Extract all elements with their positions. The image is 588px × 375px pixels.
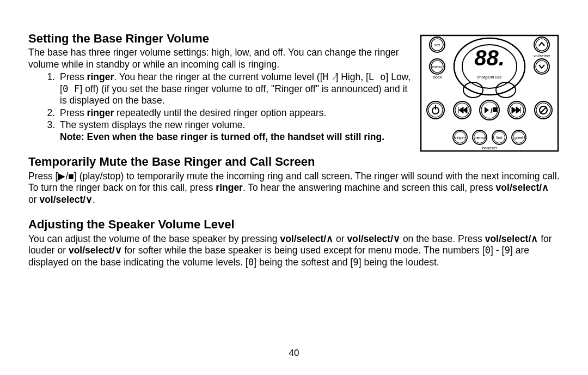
- set-button-label: set: [434, 43, 440, 47]
- glyph-nine: 9: [504, 245, 510, 256]
- charge-label: charge/in use: [477, 75, 501, 80]
- speaker-volume-paragraph: You can adjust the volume of the base sp…: [28, 233, 560, 269]
- svg-point-11: [534, 59, 549, 74]
- greet-button-label: greet: [514, 136, 523, 140]
- find-button-label: find: [496, 136, 502, 140]
- svg-point-13: [427, 101, 444, 119]
- base-unit-svg: 88. charge/in use set menu clock vol/sel…: [419, 34, 560, 153]
- svg-text:/: /: [491, 106, 493, 114]
- lcd-display: 88.: [474, 46, 505, 70]
- play-stop-icon: ▶/■: [58, 171, 74, 182]
- memo-button-label: memo: [474, 136, 485, 140]
- vol-select-up: vol/select/∧: [485, 233, 538, 244]
- vol-select-up: vol/select/∧: [280, 233, 333, 244]
- glyph-zero: 0: [485, 245, 491, 256]
- vol-select-up: vol/select/∧: [496, 182, 549, 193]
- glyph-low: L o: [369, 71, 386, 82]
- vol-select-down: vol/select/∨: [69, 245, 122, 256]
- clock-label: clock: [432, 75, 442, 80]
- glyph-nine: 9: [353, 257, 359, 268]
- svg-point-4: [496, 82, 516, 98]
- vol-select-down: vol/select/∨: [347, 233, 400, 244]
- svg-point-10: [536, 39, 548, 51]
- vol-select-label: vol/select: [534, 53, 550, 58]
- glyph-zero: 0: [248, 257, 254, 268]
- page-number: 40: [0, 348, 588, 359]
- svg-point-3: [463, 82, 483, 98]
- heading-mute-ringer: Temporarily Mute the Base Ringer and Cal…: [28, 155, 560, 168]
- heading-speaker-volume: Adjusting the Speaker Volume Level: [28, 217, 560, 231]
- svg-point-14: [428, 103, 443, 117]
- handset-label: handset: [482, 146, 498, 150]
- ringer-key: ringer: [87, 71, 114, 82]
- svg-rect-22: [493, 107, 497, 112]
- vol-select-down: vol/select/∨: [39, 194, 93, 205]
- ringer-key: ringer: [87, 107, 114, 118]
- menu-button-label: menu: [432, 64, 442, 69]
- glyph-off: 0 F: [63, 83, 80, 94]
- ringer-button-label: ringer: [455, 136, 465, 140]
- svg-point-12: [536, 61, 548, 72]
- ringer-key: ringer: [216, 182, 243, 193]
- device-illustration: 88. charge/in use set menu clock vol/sel…: [419, 34, 560, 155]
- glyph-high: H ⁄: [323, 71, 336, 82]
- mute-ringer-paragraph: Press [▶/■] (play/stop) to temporarily m…: [28, 171, 560, 206]
- svg-point-9: [534, 37, 549, 52]
